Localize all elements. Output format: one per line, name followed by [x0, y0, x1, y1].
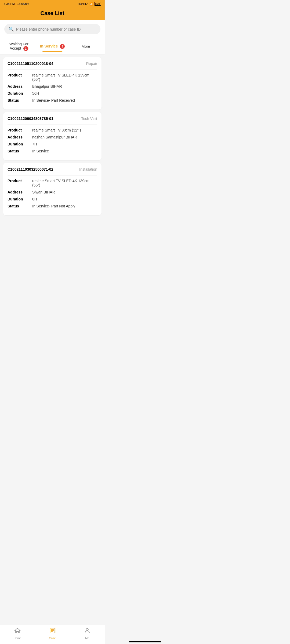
label-duration-1: Duration: [8, 142, 29, 146]
search-bar[interactable]: 🔍: [4, 24, 100, 34]
label-address-0: Address: [8, 84, 29, 89]
case-id-2: C100211103032500071-02: [8, 167, 53, 171]
label-duration-0: Duration: [8, 91, 29, 96]
bottom-spacer: [3, 218, 102, 239]
search-input[interactable]: [16, 27, 96, 31]
case-type-1: Tech Visit: [81, 116, 97, 121]
label-address-2: Address: [8, 190, 29, 194]
case-row-status-1: Status In Service: [8, 149, 97, 153]
case-row-address-2: Address Siwan BIHAR: [8, 190, 97, 194]
label-duration-2: Duration: [8, 197, 29, 201]
value-product-2: realme Smart TV SLED 4K 139cm (55"): [32, 179, 97, 187]
case-type-2: Installation: [79, 167, 97, 171]
battery-icon: 91%: [94, 2, 101, 6]
value-product-1: realme Smart TV 80cm (32" ): [32, 128, 97, 132]
case-id-1: C100211209034803785-01: [8, 116, 53, 121]
value-address-2: Siwan BIHAR: [32, 190, 97, 194]
value-status-1: In Service: [32, 149, 97, 153]
case-type-0: Repair: [86, 61, 97, 66]
value-address-1: nashan Samastipur BIHAR: [32, 135, 97, 139]
value-product-0: realme Smart TV SLED 4K 139cm (55"): [32, 73, 97, 82]
label-status-2: Status: [8, 204, 29, 208]
value-status-0: In Service- Part Received: [32, 98, 97, 103]
case-card-1[interactable]: C100211209034803785-01 Tech Visit Produc…: [3, 112, 102, 160]
divider-2: [8, 175, 97, 175]
label-product-2: Product: [8, 179, 29, 187]
tabs-container: Waiting For Accept 1 In Service 3 More: [0, 38, 105, 54]
label-status-0: Status: [8, 98, 29, 103]
label-address-1: Address: [8, 135, 29, 139]
divider-0: [8, 69, 97, 70]
value-status-2: In Service- Part Not Apply: [32, 204, 97, 208]
value-duration-2: 0H: [32, 197, 97, 201]
label-status-1: Status: [8, 149, 29, 153]
case-row-address-0: Address Bhagalpur BIHAR: [8, 84, 97, 89]
tab-inservice[interactable]: In Service 3: [36, 40, 69, 52]
status-time: 6:38 PM | 13.5KB/s: [4, 2, 29, 5]
tab-waiting-badge: 1: [23, 46, 28, 51]
case-list: C100211105110200018-04 Repair Product re…: [0, 54, 105, 242]
wifi-icon: 📶: [89, 2, 93, 6]
tab-waiting[interactable]: Waiting For Accept 1: [2, 38, 36, 54]
divider-1: [8, 125, 97, 125]
case-header-1: C100211209034803785-01 Tech Visit: [8, 116, 97, 121]
case-card-0[interactable]: C100211105110200018-04 Repair Product re…: [3, 57, 102, 109]
case-row-product-0: Product realme Smart TV SLED 4K 139cm (5…: [8, 73, 97, 82]
tab-more[interactable]: More: [69, 41, 103, 52]
case-id-0: C100211105110200018-04: [8, 61, 53, 66]
case-row-product-2: Product realme Smart TV SLED 4K 139cm (5…: [8, 179, 97, 187]
case-row-duration-1: Duration 7H: [8, 142, 97, 146]
tab-inservice-label: In Service: [40, 44, 58, 48]
app-header: Case List: [0, 8, 105, 20]
label-product-0: Product: [8, 73, 29, 82]
value-duration-1: 7H: [32, 142, 97, 146]
page-title: Case List: [0, 10, 105, 16]
value-address-0: Bhagalpur BIHAR: [32, 84, 97, 89]
label-product-1: Product: [8, 128, 29, 132]
case-header-0: C100211105110200018-04 Repair: [8, 61, 97, 66]
case-row-duration-0: Duration 56H: [8, 91, 97, 96]
search-container: 🔍: [0, 20, 105, 38]
case-row-product-1: Product realme Smart TV 80cm (32" ): [8, 128, 97, 132]
tab-inservice-badge: 3: [60, 44, 65, 49]
tab-more-label: More: [82, 44, 90, 49]
case-row-status-0: Status In Service- Part Received: [8, 98, 97, 103]
value-duration-0: 56H: [32, 91, 97, 96]
status-icons: HD▪HD▪ 📶 91%: [78, 2, 101, 6]
case-row-duration-2: Duration 0H: [8, 197, 97, 201]
search-icon: 🔍: [9, 27, 14, 32]
case-row-address-1: Address nashan Samastipur BIHAR: [8, 135, 97, 139]
signal-icons: HD▪HD▪: [78, 2, 88, 5]
status-bar: 6:38 PM | 13.5KB/s HD▪HD▪ 📶 91%: [0, 0, 105, 8]
case-header-2: C100211103032500071-02 Installation: [8, 167, 97, 171]
case-card-2[interactable]: C100211103032500071-02 Installation Prod…: [3, 163, 102, 215]
case-row-status-2: Status In Service- Part Not Apply: [8, 204, 97, 208]
